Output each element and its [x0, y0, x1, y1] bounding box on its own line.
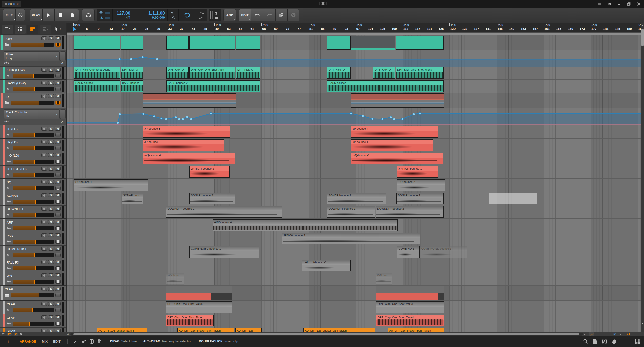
clip-lanes-button[interactable]	[27, 25, 38, 34]
audio-clip[interactable]: SQ-bounce-1	[74, 179, 148, 191]
automation-lane-header[interactable]: FilterFreq▼⊺≡★≡+✕	[0, 50, 66, 66]
track-menu-button[interactable]	[55, 253, 61, 257]
audio-clip[interactable]: ARP-bounce-2	[213, 219, 398, 231]
selection-highlight[interactable]	[489, 193, 537, 204]
audio-clip[interactable]: DPT_Kick_O	[166, 67, 189, 79]
mute-button[interactable]: M	[55, 302, 61, 306]
track-header-comb-noise[interactable]: COMB NOISESM	[0, 246, 66, 259]
info-button[interactable]: i	[8, 339, 9, 344]
track-menu-button[interactable]	[55, 280, 61, 284]
solo-button[interactable]: S	[48, 220, 54, 224]
audio-clip[interactable]: DPT_Kick_O	[236, 67, 260, 79]
close-icon[interactable]	[637, 2, 640, 6]
clip-lane[interactable]	[67, 35, 641, 50]
audio-clip[interactable]: DPT_Clap_One_Shot_Value	[376, 301, 444, 313]
mute-button[interactable]: M	[55, 180, 61, 184]
record-arm-button[interactable]	[41, 315, 47, 319]
audio-clip[interactable]: BASS-bounce-1	[327, 80, 444, 92]
automation-point[interactable]	[130, 58, 132, 60]
record-arm-button[interactable]	[41, 68, 47, 72]
file-button[interactable]: FILE	[3, 9, 16, 21]
solo-button[interactable]: S	[48, 140, 54, 144]
automation-point[interactable]	[371, 118, 373, 120]
automation-point[interactable]	[178, 118, 180, 120]
volume-slider[interactable]	[13, 253, 54, 257]
record-arm-button[interactable]	[41, 153, 47, 157]
automation-lane[interactable]	[67, 50, 641, 66]
solo-button[interactable]: S	[48, 329, 54, 332]
record-arm-button[interactable]	[41, 36, 47, 40]
audio-clip[interactable]: WN-bour	[166, 273, 184, 285]
volume-slider[interactable]	[13, 226, 54, 230]
play-button[interactable]	[42, 9, 54, 21]
automation-point[interactable]	[165, 118, 167, 120]
automation-point[interactable]	[142, 113, 144, 115]
record-arm-button[interactable]	[41, 302, 47, 306]
track-menu-button[interactable]	[55, 240, 61, 244]
automation-lane-header[interactable]: Track Controlsflt-▼⊺≡★≡+✕	[0, 108, 66, 125]
track-menu-button[interactable]	[55, 213, 61, 217]
solo-button[interactable]: S	[48, 167, 54, 171]
clip-lane[interactable]: WN-bourWN-bou	[67, 272, 641, 286]
group-clip[interactable]	[74, 36, 120, 50]
vertical-scroll-thumb[interactable]	[641, 29, 644, 46]
dashboard-clock-button[interactable]	[16, 9, 25, 21]
audio-clip[interactable]: DOWNLIFT-bounce-2	[376, 206, 444, 218]
io-cell[interactable]	[209, 9, 221, 21]
automation-point[interactable]	[350, 112, 352, 114]
group-clip[interactable]	[236, 36, 260, 50]
audio-clip[interactable]: FALL FX-bounce-1	[302, 260, 351, 271]
audio-clip[interactable]: DPT_Clap_One_Shot_Value	[166, 301, 232, 313]
add-track-button[interactable]: ADD	[223, 9, 236, 21]
audio-clip[interactable]: SONAR-bour	[122, 193, 143, 204]
group-clip[interactable]	[121, 36, 143, 50]
automation-point[interactable]	[362, 115, 364, 117]
clip-lane[interactable]: FALL FX-bounce-1	[67, 259, 641, 272]
mute-button[interactable]: M	[55, 140, 61, 144]
record-arm-button[interactable]	[41, 140, 47, 144]
track-header-fall-fx[interactable]: FALL FXSM	[0, 259, 66, 272]
automation-param-selector[interactable]: Track Controlsflt-▼	[4, 109, 60, 119]
automation-point[interactable]	[413, 113, 415, 115]
playhead-line[interactable]	[241, 35, 241, 332]
position-display[interactable]: 1.1.1.00 0:00.000	[133, 9, 168, 21]
audio-clip[interactable]: AU_LTH_126_shaker_pani_lavish	[177, 328, 234, 332]
grid-view-button[interactable]	[15, 25, 26, 34]
audio-clip[interactable]: COMB NOISE-bounce-1	[420, 246, 467, 258]
track-menu-button[interactable]	[55, 101, 61, 105]
tab-arrange[interactable]: ARRANGE	[20, 340, 36, 343]
audio-clip[interactable]: JP-bounce-1	[351, 139, 433, 151]
automation-point[interactable]	[119, 58, 121, 60]
link-icon[interactable]	[82, 340, 86, 343]
mute-button[interactable]: M	[55, 220, 61, 224]
metronome-cell[interactable]	[97, 9, 113, 21]
automation-point[interactable]	[186, 116, 188, 118]
track-header-clap[interactable]: CLAPSM	[0, 301, 66, 314]
timeline-ruler[interactable]: 0:000:301:001:302:002:303:003:304:004:30…	[67, 23, 641, 32]
record-arm-button[interactable]	[41, 329, 47, 332]
track-menu-button[interactable]	[55, 133, 61, 137]
automation-point[interactable]	[160, 117, 162, 119]
audio-clip[interactable]: JP-bounce-2	[143, 139, 224, 151]
record-arm-button[interactable]	[41, 233, 47, 237]
track-menu-button[interactable]	[55, 200, 61, 204]
clip-lane[interactable]: JP HIGH-bounce-2JP HIGH-bounce-1	[67, 166, 641, 179]
audio-clip[interactable]: BASS-bounce-2	[166, 80, 260, 92]
track-header-jp-high-ld-[interactable]: JP HIGH (LD)SM	[0, 166, 66, 179]
record-arm-button[interactable]	[41, 180, 47, 184]
clip-lane[interactable]: AU_LTH_126_shaker_pani_lAU_LTH_126_shake…	[67, 328, 641, 332]
automation-point[interactable]	[153, 115, 155, 117]
mute-button[interactable]: M	[55, 273, 61, 277]
redo-button[interactable]	[263, 9, 275, 21]
audio-clip[interactable]: DPT_Kick_O	[121, 67, 143, 79]
automation-point[interactable]	[182, 118, 184, 120]
solo-button[interactable]: S	[48, 36, 54, 40]
record-arm-button[interactable]	[41, 127, 47, 131]
mute-button[interactable]: M	[55, 329, 61, 332]
automation-point[interactable]	[393, 118, 395, 120]
punch-cell[interactable]	[168, 9, 179, 21]
audio-clip[interactable]: DPT_Kick_One_Shot_Alph	[189, 67, 235, 79]
play-menu-button[interactable]: PLAY	[30, 9, 42, 21]
audio-clip[interactable]: DOWNLIFT-bounce-2	[166, 206, 282, 218]
swap-tracks-icon[interactable]	[2, 333, 5, 336]
